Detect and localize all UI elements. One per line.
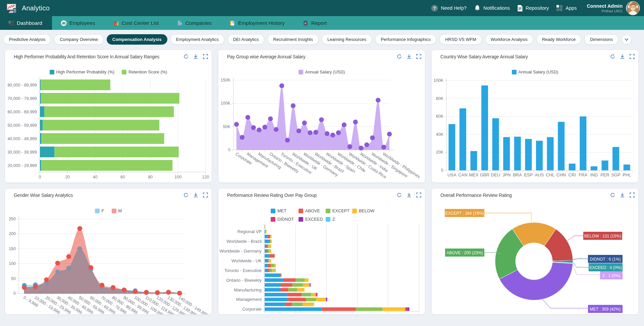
- bar[interactable]: [591, 166, 597, 170]
- data-point[interactable]: [325, 131, 329, 136]
- bar-segment[interactable]: [269, 249, 271, 253]
- bar-segment[interactable]: [54, 147, 178, 157]
- bar-segment[interactable]: [265, 239, 270, 243]
- chip-recruitment-insights[interactable]: Recruitment Insights: [267, 34, 319, 45]
- bar-segment[interactable]: [44, 106, 174, 117]
- bar-segment[interactable]: [272, 269, 275, 272]
- need-help-button[interactable]: ? Need Help?: [431, 5, 467, 12]
- bar-segment[interactable]: [268, 245, 269, 248]
- bar-segment[interactable]: [41, 79, 110, 90]
- data-point[interactable]: [122, 287, 126, 292]
- bar-segment[interactable]: [265, 235, 268, 238]
- bar[interactable]: [492, 118, 499, 170]
- bar-segment[interactable]: [41, 93, 179, 104]
- nav-tab-employment-history[interactable]: Employment History: [221, 16, 294, 30]
- user-avatar[interactable]: [626, 1, 640, 15]
- bar-segment[interactable]: [40, 93, 41, 104]
- bar-segment[interactable]: [265, 269, 268, 272]
- bar-segment[interactable]: [303, 283, 310, 287]
- data-point[interactable]: [353, 120, 358, 124]
- data-point[interactable]: [370, 135, 375, 140]
- chip-hrsd-vs-wfm[interactable]: HRSD VS WFM: [439, 34, 482, 45]
- bar-segment[interactable]: [266, 230, 267, 233]
- bar-segment[interactable]: [406, 307, 408, 311]
- nav-tab-cost-center-list[interactable]: $Cost Center List: [104, 16, 168, 30]
- data-point[interactable]: [302, 120, 307, 125]
- bar-segment[interactable]: [305, 278, 309, 282]
- data-point[interactable]: [166, 290, 171, 294]
- bar[interactable]: [514, 137, 521, 171]
- bar-segment[interactable]: [280, 288, 288, 292]
- bar-segment[interactable]: [268, 264, 271, 267]
- bar-segment[interactable]: [265, 249, 267, 253]
- bar-segment[interactable]: [270, 239, 270, 243]
- data-point[interactable]: [246, 115, 250, 120]
- bar-segment[interactable]: [40, 120, 43, 130]
- data-point[interactable]: [111, 285, 115, 290]
- bar-segment[interactable]: [302, 293, 311, 296]
- bar-segment[interactable]: [265, 259, 268, 263]
- bar-segment[interactable]: [268, 249, 269, 253]
- data-point[interactable]: [262, 125, 267, 129]
- bar-segment[interactable]: [40, 160, 41, 171]
- bar-segment[interactable]: [41, 133, 164, 144]
- data-point[interactable]: [342, 122, 346, 127]
- data-point[interactable]: [268, 116, 273, 121]
- data-point[interactable]: [387, 132, 392, 137]
- bar-segment[interactable]: [271, 239, 271, 243]
- bar[interactable]: [547, 137, 554, 170]
- chip-compensation-analysis[interactable]: Compensation Analysis: [107, 34, 167, 45]
- bar-segment[interactable]: [356, 307, 382, 311]
- bar-segment[interactable]: [281, 273, 282, 277]
- data-point[interactable]: [313, 130, 318, 134]
- data-point[interactable]: [55, 270, 60, 274]
- bar-segment[interactable]: [265, 230, 265, 233]
- chips-expand-button[interactable]: [622, 35, 632, 45]
- nav-tab-report[interactable]: Report: [294, 16, 336, 30]
- data-point[interactable]: [359, 146, 363, 150]
- data-point[interactable]: [77, 247, 82, 251]
- data-point[interactable]: [240, 135, 245, 140]
- bar-segment[interactable]: [326, 298, 327, 302]
- data-point[interactable]: [336, 130, 341, 135]
- bar-segment[interactable]: [269, 254, 274, 258]
- bar[interactable]: [460, 108, 466, 170]
- bar-segment[interactable]: [265, 230, 266, 233]
- bar-segment[interactable]: [265, 245, 266, 248]
- data-point[interactable]: [291, 103, 296, 108]
- chip-predictive-analysis[interactable]: Predictive Analysis: [3, 34, 51, 45]
- bar[interactable]: [580, 116, 586, 170]
- bar-segment[interactable]: [269, 269, 272, 272]
- repository-button[interactable]: Repository: [517, 5, 549, 12]
- bar-segment[interactable]: [285, 303, 292, 306]
- bar-segment[interactable]: [267, 249, 268, 253]
- bar-segment[interactable]: [268, 269, 270, 272]
- bar[interactable]: [624, 165, 630, 170]
- bar-segment[interactable]: [265, 303, 285, 306]
- bar-segment[interactable]: [281, 283, 292, 287]
- nav-tab-companies[interactable]: Companies: [168, 16, 221, 30]
- chip-dei-analytics[interactable]: DEI Analytics: [227, 34, 265, 45]
- bar-segment[interactable]: [287, 293, 302, 296]
- data-point[interactable]: [55, 261, 60, 265]
- data-point[interactable]: [251, 125, 256, 130]
- bar-segment[interactable]: [265, 264, 268, 267]
- bar-segment[interactable]: [292, 283, 303, 287]
- nav-tab-employees[interactable]: Employees: [52, 16, 104, 30]
- chip-company-overview[interactable]: Company Overview: [54, 34, 103, 45]
- chip-performance-infographics[interactable]: Performance Infographics: [375, 34, 436, 45]
- user-menu[interactable]: Connect Admin Prithwi UKG: [587, 3, 623, 13]
- data-point[interactable]: [100, 283, 104, 287]
- data-point[interactable]: [285, 138, 290, 143]
- data-point[interactable]: [308, 130, 312, 135]
- bar-segment[interactable]: [268, 235, 270, 238]
- bar[interactable]: [525, 139, 532, 170]
- bar[interactable]: [503, 137, 510, 170]
- bar-segment[interactable]: [275, 269, 276, 272]
- bar-segment[interactable]: [40, 79, 41, 90]
- data-point[interactable]: [376, 98, 380, 102]
- apps-button[interactable]: Apps: [556, 5, 577, 11]
- chip-employment-analytics[interactable]: Employment Analytics: [170, 34, 224, 45]
- bar-segment[interactable]: [292, 303, 303, 306]
- bar-segment[interactable]: [408, 307, 410, 311]
